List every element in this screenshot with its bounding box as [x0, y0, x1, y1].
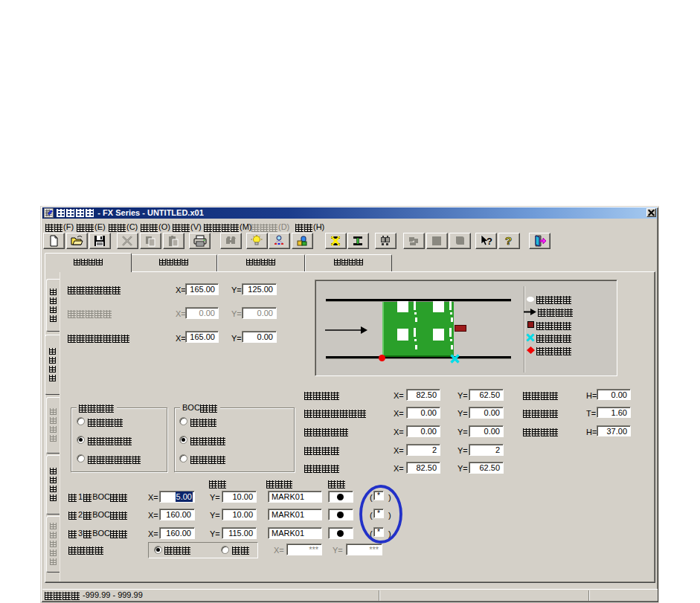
svg-text:?: ?: [505, 235, 512, 247]
svg-text:?: ?: [487, 236, 492, 247]
